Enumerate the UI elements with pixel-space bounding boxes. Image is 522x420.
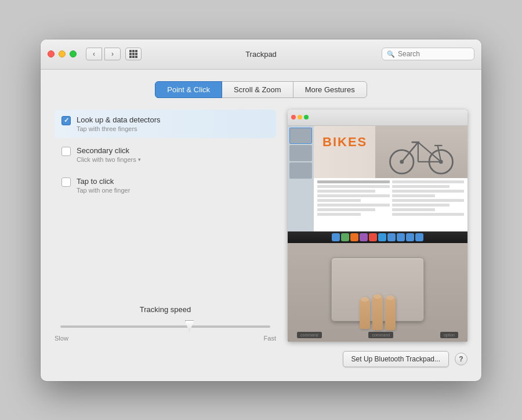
sidebar-thumb-3 — [289, 162, 312, 179]
option-secondary-click-title: Secondary click — [77, 146, 141, 155]
sidebar-thumb-1 — [289, 128, 312, 144]
option-secondary-click-text: Secondary click Click with two fingers ▾ — [77, 146, 141, 163]
option-key: option — [440, 332, 458, 338]
content-line — [317, 213, 361, 216]
tab-more-gestures[interactable]: More Gestures — [293, 81, 367, 98]
content-line — [392, 194, 436, 197]
trackpad-window: ‹ › Trackpad 🔍 Point & Click Scroll & Zo… — [41, 39, 481, 381]
search-box[interactable]: 🔍 — [382, 48, 474, 60]
content-line — [317, 208, 375, 211]
screen-preview-top: BIKES — [288, 110, 467, 231]
bikes-text: BIKES — [322, 135, 367, 150]
screen-dot-green — [304, 115, 309, 120]
checkbox-tap-to-click[interactable] — [61, 178, 71, 187]
options-panel: ✓ Look up & data detectors Tap with thre… — [55, 110, 276, 342]
close-button[interactable] — [48, 50, 55, 57]
slider-container — [55, 320, 276, 330]
screen-toolbar — [288, 110, 467, 126]
finger-3 — [385, 295, 396, 330]
preview-image: BIKES — [288, 110, 467, 342]
option-look-up-title: Look up & data detectors — [77, 115, 161, 124]
slider-fast-label: Fast — [264, 335, 276, 342]
bikes-image — [375, 126, 467, 178]
titlebar: ‹ › Trackpad 🔍 — [41, 39, 481, 70]
content-line — [317, 199, 361, 202]
option-tap-to-click-title: Tap to click — [77, 177, 130, 186]
content-line — [317, 185, 390, 188]
option-tap-to-click-text: Tap to click Tap with one finger — [77, 177, 130, 194]
option-look-up-subtitle: Tap with three fingers — [77, 125, 161, 132]
dock-icon-2 — [341, 233, 349, 241]
checkmark-icon: ✓ — [64, 117, 69, 124]
svg-line-6 — [402, 142, 418, 162]
bikes-hero: BIKES — [314, 126, 467, 178]
content-line — [392, 213, 465, 216]
command-key-right: command — [368, 332, 393, 338]
option-secondary-click[interactable]: Secondary click Click with two fingers ▾ — [55, 140, 276, 169]
screen-dot-yellow — [298, 115, 302, 120]
content-line — [392, 204, 450, 207]
content-line — [392, 190, 465, 193]
tracking-speed-slider[interactable] — [60, 325, 270, 328]
forward-button[interactable]: › — [104, 48, 121, 60]
content-line — [317, 180, 390, 183]
screen-main-area: BIKES — [314, 126, 467, 231]
main-panel: ✓ Look up & data detectors Tap with thre… — [55, 110, 467, 342]
tab-bar: Point & Click Scroll & Zoom More Gesture… — [55, 81, 467, 98]
content-line — [392, 180, 465, 183]
traffic-lights — [48, 50, 77, 57]
content-col-2 — [392, 180, 465, 218]
slider-labels: Slow Fast — [55, 335, 276, 342]
search-input[interactable] — [398, 50, 469, 58]
dock-icon-4 — [360, 233, 368, 241]
tab-point-click[interactable]: Point & Click — [155, 81, 222, 98]
grid-icon — [129, 50, 137, 58]
dock-icon-9 — [406, 233, 414, 241]
content-line — [392, 199, 465, 202]
content-line — [392, 208, 436, 211]
preview-panel: BIKES — [288, 110, 467, 342]
content-line — [317, 204, 390, 207]
dock-icon-7 — [387, 233, 396, 241]
option-look-up-text: Look up & data detectors Tap with three … — [77, 115, 161, 132]
finger-1 — [360, 297, 370, 329]
hand-on-trackpad — [360, 294, 396, 330]
content-line — [392, 185, 450, 188]
apps-grid-button[interactable] — [125, 48, 142, 60]
bottom-bar: Set Up Bluetooth Trackpad... ? — [55, 342, 467, 367]
dock-icon-1 — [332, 233, 340, 241]
checkbox-look-up[interactable]: ✓ — [61, 116, 71, 125]
sidebar-thumb-2 — [289, 145, 312, 161]
dropdown-arrow-icon: ▾ — [138, 157, 141, 162]
minimize-button[interactable] — [59, 50, 66, 57]
dock-icon-8 — [397, 233, 405, 241]
screen-dot-red — [291, 115, 296, 120]
screen-sidebar — [288, 126, 314, 231]
option-tap-to-click[interactable]: Tap to click Tap with one finger — [55, 171, 276, 200]
maximize-button[interactable] — [70, 50, 77, 57]
dock-icon-6 — [378, 233, 386, 241]
tracking-label: Tracking speed — [55, 305, 276, 314]
option-secondary-click-subtitle: Click with two fingers ▾ — [77, 156, 141, 163]
tab-scroll-zoom[interactable]: Scroll & Zoom — [222, 81, 293, 98]
finger-2 — [372, 294, 383, 330]
screen-bottom-area: command command option — [288, 243, 467, 342]
help-button[interactable]: ? — [455, 353, 467, 365]
dock-icon-10 — [415, 233, 423, 241]
content-line — [317, 194, 390, 197]
dock-icon-3 — [350, 233, 358, 241]
option-tap-to-click-subtitle: Tap with one finger — [77, 187, 130, 194]
search-icon: 🔍 — [387, 50, 395, 58]
nav-buttons: ‹ › — [86, 48, 121, 60]
dock-icon-5 — [369, 233, 377, 241]
checkbox-secondary-click[interactable] — [61, 147, 71, 156]
dock-bar — [288, 231, 467, 243]
bike-svg — [375, 126, 467, 178]
command-key-left: command — [297, 332, 322, 338]
screen-content: BIKES — [288, 126, 467, 231]
tracking-section: Tracking speed Slow Fast — [55, 288, 276, 342]
setup-bluetooth-button[interactable]: Set Up Bluetooth Trackpad... — [343, 351, 449, 367]
option-look-up[interactable]: ✓ Look up & data detectors Tap with thre… — [55, 110, 276, 138]
back-button[interactable]: ‹ — [86, 48, 102, 60]
content-col-1 — [317, 180, 390, 218]
